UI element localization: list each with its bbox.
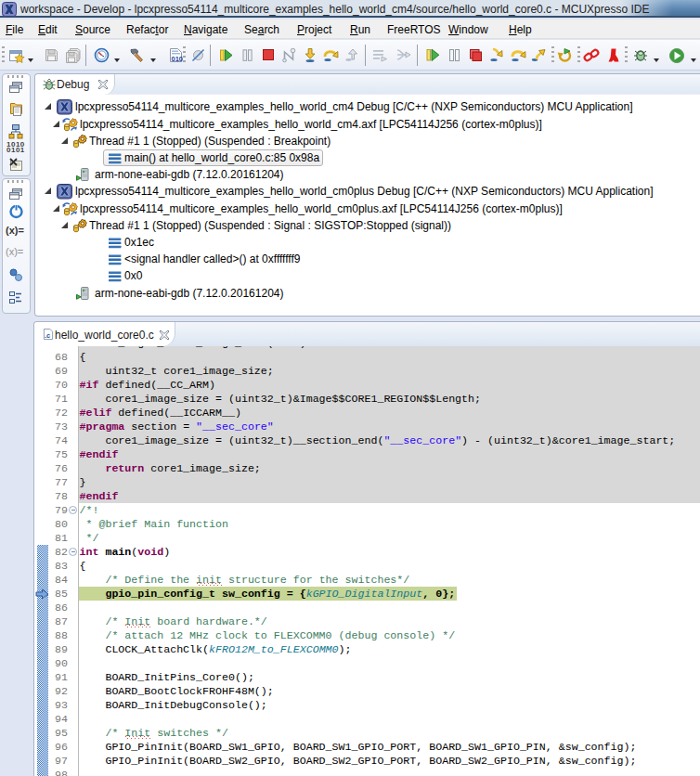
svg-text:.c: .c — [45, 331, 50, 340]
svg-text:010: 010 — [172, 55, 184, 63]
